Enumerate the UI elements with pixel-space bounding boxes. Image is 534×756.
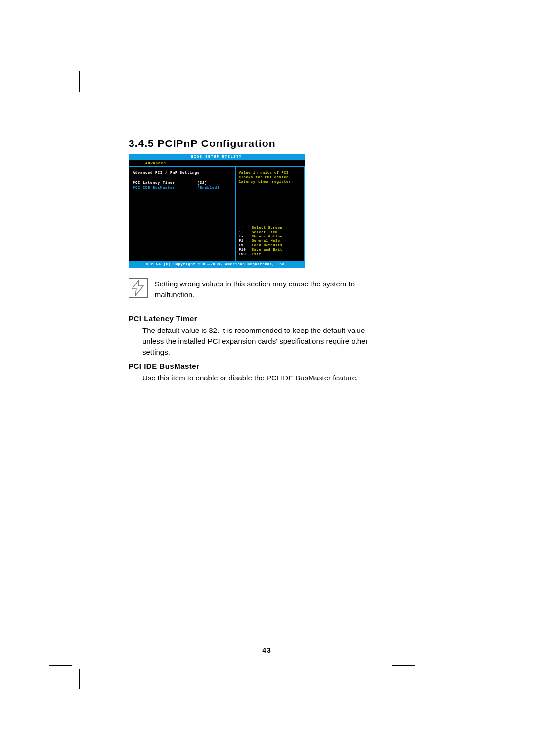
page-rule-bottom: [110, 642, 384, 642]
crop-mark: [72, 669, 72, 689]
bios-nav-key: ←→: [239, 226, 252, 230]
bios-right-pane: Value in units of PCI clocks for PCI dev…: [235, 167, 304, 261]
bios-section-header: Advanced PCI / PnP Settings: [129, 167, 235, 175]
description-heading: PCI IDE BusMaster: [129, 361, 386, 372]
bios-nav-row: ESCExit: [239, 252, 301, 257]
bios-nav-row: F9Load Defaults: [239, 243, 301, 248]
bios-nav-key: ↑↓: [239, 230, 252, 235]
lightning-icon: [129, 278, 148, 298]
bios-nav-action: Exit: [252, 252, 261, 257]
crop-mark: [392, 665, 415, 666]
bios-nav-action: General Help: [252, 239, 280, 243]
page-number: 43: [0, 646, 534, 654]
bios-title-bar: BIOS SETUP UTILITY: [129, 154, 305, 160]
bios-nav-key: F10: [239, 248, 252, 252]
crop-mark: [79, 71, 80, 92]
crop-mark: [385, 71, 385, 92]
crop-mark: [49, 665, 72, 666]
bios-nav: ←→Select Screen ↑↓Select Item +-Change O…: [239, 226, 301, 257]
bios-nav-key: ESC: [239, 252, 252, 257]
bios-help-text: Value in units of PCI clocks for PCI dev…: [236, 167, 304, 184]
bios-nav-row: F1General Help: [239, 239, 301, 243]
section-title: 3.4.5 PCIPnP Configuration: [129, 138, 275, 149]
bios-nav-action: Save and Exit: [252, 248, 282, 252]
page-rule-top: [110, 118, 384, 118]
crop-mark: [49, 95, 72, 95]
bios-nav-row: ←→Select Screen: [239, 226, 301, 230]
bios-nav-action: Select Screen: [252, 226, 282, 230]
bios-item-label: PCI Latency Timer: [133, 180, 197, 185]
bios-nav-key: F9: [239, 243, 252, 248]
bios-left-pane: Advanced PCI / PnP Settings PCI Latency …: [129, 167, 235, 261]
crop-mark: [72, 71, 72, 92]
svg-marker-0: [132, 280, 143, 296]
bios-screenshot: BIOS SETUP UTILITY Advanced Advanced PCI…: [129, 154, 305, 268]
bios-item-label: PCI IDE BusMaster: [133, 185, 197, 190]
warning-text: Setting wrong values in this section may…: [155, 278, 366, 300]
bios-footer: v02.54 (C) Copyright 1985-2003, American…: [129, 261, 305, 268]
description-body: Use this item to enable or disable the P…: [142, 373, 386, 383]
bios-item-value: [Enabled]: [197, 185, 220, 190]
bios-nav-key: F1: [239, 239, 252, 243]
bios-nav-action: Change Option: [252, 235, 282, 239]
bios-nav-key: +-: [239, 235, 252, 239]
bios-tab: Advanced: [129, 160, 305, 166]
page: 3.4.5 PCIPnP Configuration BIOS SETUP UT…: [0, 0, 534, 756]
bios-nav-action: Load Defaults: [252, 243, 282, 248]
bios-body: Advanced PCI / PnP Settings PCI Latency …: [129, 166, 305, 261]
bios-nav-row: +-Change Option: [239, 235, 301, 239]
bios-item-value: [32]: [197, 180, 207, 185]
description-heading: PCI Latency Timer: [129, 313, 386, 324]
crop-mark: [392, 95, 415, 95]
description-section: PCI Latency Timer The default value is 3…: [129, 310, 386, 386]
description-body: The default value is 32. It is recommend…: [142, 325, 386, 358]
bios-nav-row: F10Save and Exit: [239, 248, 301, 252]
crop-mark: [385, 669, 385, 689]
crop-mark: [79, 669, 80, 689]
bios-nav-action: Select Item: [252, 230, 278, 235]
bios-item-row: PCI IDE BusMaster [Enabled]: [129, 185, 235, 190]
crop-mark: [392, 669, 392, 689]
bios-item-row: PCI Latency Timer [32]: [129, 180, 235, 185]
bios-nav-row: ↑↓Select Item: [239, 230, 301, 235]
warning-block: Setting wrong values in this section may…: [129, 278, 366, 300]
